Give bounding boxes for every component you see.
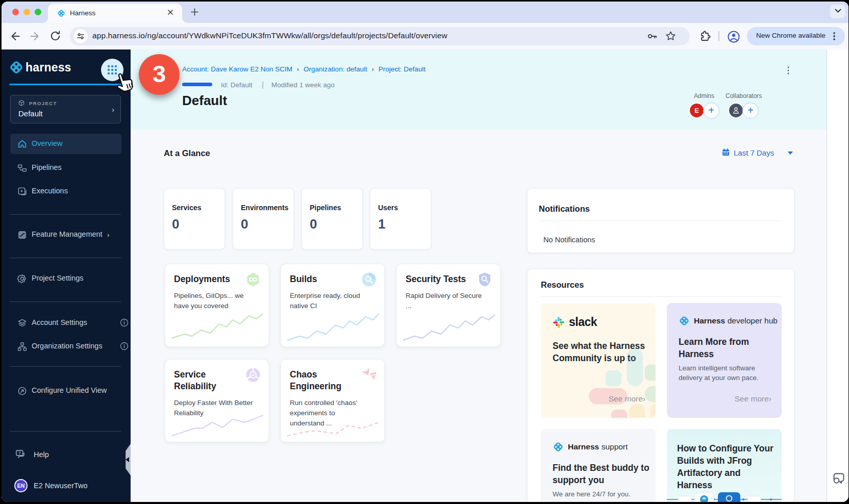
sidebar: harness PROJECT Default › Ov xyxy=(2,49,131,502)
sidebar-item-feature-management[interactable]: Feature Management › xyxy=(10,224,121,245)
reload-button[interactable] xyxy=(49,30,62,42)
browser-menu-kebab-icon[interactable] xyxy=(830,31,839,43)
url-bar[interactable]: app.harness.io/ng/account/YWdkwNPiTceDUK… xyxy=(70,27,690,45)
sidebar-item-pipelines[interactable]: Pipelines xyxy=(10,158,121,178)
stat-card-environments[interactable]: Environments 0 xyxy=(233,188,294,249)
home-icon xyxy=(17,139,27,148)
unified-view-icon xyxy=(17,386,27,395)
add-collaborator-button[interactable]: + xyxy=(742,103,759,119)
sidebar-item-overview[interactable]: Overview xyxy=(10,134,121,154)
brand-name: Harness xyxy=(694,316,725,325)
chaos-engineering-module-icon xyxy=(361,367,377,383)
project-selector[interactable]: PROJECT Default › xyxy=(10,95,121,123)
notifications-title: Notifications xyxy=(539,204,590,214)
brand-suffix: support xyxy=(602,442,628,451)
back-button[interactable] xyxy=(9,30,21,42)
module-desc: Enterprise ready, cloud native CI xyxy=(290,291,374,311)
sidebar-item-configure-unified-view[interactable]: Configure Unified View xyxy=(10,381,121,401)
resource-headline: How to Configure Your Builds with JFrog … xyxy=(677,442,775,491)
url-text[interactable]: app.harness.io/ng/account/YWdkwNPiTceDUK… xyxy=(92,31,447,40)
sidebar-item-label: Organization Settings xyxy=(32,342,103,350)
project-selector-chevron-icon: › xyxy=(112,105,114,114)
brand-name: Harness xyxy=(568,442,599,451)
browser-window: Harness app. xyxy=(2,2,848,502)
stat-value: 1 xyxy=(378,216,385,232)
tab-search-chevron-button[interactable] xyxy=(830,5,845,18)
sidebar-item-label: Pipelines xyxy=(32,163,62,171)
browser-tab[interactable]: Harness xyxy=(48,4,182,23)
window-zoom-button[interactable] xyxy=(35,9,41,15)
resource-card-support[interactable]: Harness support Find the Best buddy to s… xyxy=(541,429,656,502)
sidebar-brand-rule xyxy=(9,84,127,85)
profile-icon[interactable] xyxy=(727,30,739,42)
see-more-link[interactable]: See more› xyxy=(735,394,771,404)
site-info-icon[interactable] xyxy=(73,29,88,43)
sidebar-item-help[interactable]: Help xyxy=(34,450,49,459)
harness-wordmark: harness xyxy=(26,61,71,74)
new-tab-button[interactable] xyxy=(188,6,201,19)
stat-value: 0 xyxy=(241,216,248,232)
breadcrumb-project-link[interactable]: Project: Default xyxy=(379,65,426,73)
date-range-label: Last 7 Days xyxy=(734,148,774,157)
date-range-picker[interactable]: Last 7 Days xyxy=(721,147,793,158)
forward-button[interactable] xyxy=(29,30,41,42)
sidebar-item-label: Account Settings xyxy=(32,318,87,326)
window-minimize-button[interactable] xyxy=(23,9,30,15)
chrome-update-button[interactable]: New Chrome available xyxy=(747,27,845,45)
collaborator-avatar[interactable] xyxy=(728,103,744,118)
user-avatar[interactable]: EN xyxy=(14,479,28,492)
header-kebab-icon[interactable] xyxy=(785,66,792,77)
pipelines-icon xyxy=(17,163,27,172)
stat-card-pipelines[interactable]: Pipelines 0 xyxy=(302,188,363,249)
sidebar-item-account-settings[interactable]: Account Settings xyxy=(10,313,121,333)
help-icon: ? xyxy=(15,449,27,462)
resource-card-jfrog[interactable]: How to Configure Your Builds with JFrog … xyxy=(667,429,782,502)
stat-card-services[interactable]: Services 0 xyxy=(164,188,225,249)
harness-brand: harness xyxy=(9,60,71,74)
user-name[interactable]: E2 NewuserTwo xyxy=(34,482,88,490)
resource-card-developer-hub[interactable]: Harness developer hub Learn More from Ha… xyxy=(667,303,782,418)
module-card-service-reliability[interactable]: Service Reliability Deploy Faster With B… xyxy=(165,359,269,442)
admins-label: Admins xyxy=(694,92,714,99)
breadcrumb-account-link[interactable]: Account: Dave Karow E2 Non SCIM xyxy=(182,65,292,73)
sidebar-item-organization-settings[interactable]: Organization Settings xyxy=(10,336,121,357)
slack-wordmark: slack xyxy=(569,315,597,329)
sidebar-item-executions[interactable]: Executions xyxy=(10,181,121,201)
divider xyxy=(541,296,782,297)
sidebar-collapse-handle[interactable] xyxy=(123,444,131,475)
bookmark-star-icon[interactable] xyxy=(665,30,677,44)
module-card-builds[interactable]: Builds Enterprise ready, cloud native CI xyxy=(281,264,385,347)
admin-avatar[interactable]: E xyxy=(689,103,705,118)
resource-card-slack[interactable]: slack See what the Harness Community is … xyxy=(541,303,656,418)
deployments-module-icon xyxy=(245,271,261,288)
module-title: Service Reliability xyxy=(174,369,240,392)
tab-close-icon[interactable] xyxy=(166,9,175,18)
project-cube-icon xyxy=(18,99,25,107)
stat-label: Environments xyxy=(241,204,288,212)
module-card-chaos-engineering[interactable]: Chaos Engineering Run controlled 'chaos'… xyxy=(281,359,385,442)
info-icon[interactable] xyxy=(120,342,129,352)
sidebar-item-label: Project Settings xyxy=(32,274,84,282)
gear-icon xyxy=(17,274,27,283)
stat-card-users[interactable]: Users 1 xyxy=(370,188,431,249)
resources-panel: Resources slack See what the Harness Com… xyxy=(527,269,794,502)
caret-down-icon xyxy=(788,152,793,155)
toolbar-divider xyxy=(718,31,719,41)
breadcrumb-organization-link[interactable]: Organization: default xyxy=(304,65,367,73)
see-more-link[interactable]: See more› xyxy=(609,394,645,404)
sidebar-item-label: Executions xyxy=(32,187,68,195)
info-icon[interactable] xyxy=(120,318,129,329)
harness-favicon-icon xyxy=(57,9,66,20)
slack-logo-icon xyxy=(553,316,565,329)
sidebar-item-project-settings[interactable]: Project Settings xyxy=(10,268,121,289)
module-card-security-tests[interactable]: Security Tests Rapid Delivery of Secure … xyxy=(396,264,501,347)
chat-widget-button[interactable] xyxy=(831,471,846,486)
pipeline-diagram xyxy=(667,490,782,502)
add-admin-button[interactable]: + xyxy=(703,103,719,119)
harness-logo-icon xyxy=(679,315,690,326)
password-key-icon[interactable] xyxy=(646,30,658,44)
module-card-deployments[interactable]: Deployments Pipelines, GitOps... we have… xyxy=(165,264,269,347)
extensions-icon[interactable] xyxy=(699,30,711,42)
window-close-button[interactable] xyxy=(12,9,19,15)
chrome-update-label: New Chrome available xyxy=(756,32,826,39)
